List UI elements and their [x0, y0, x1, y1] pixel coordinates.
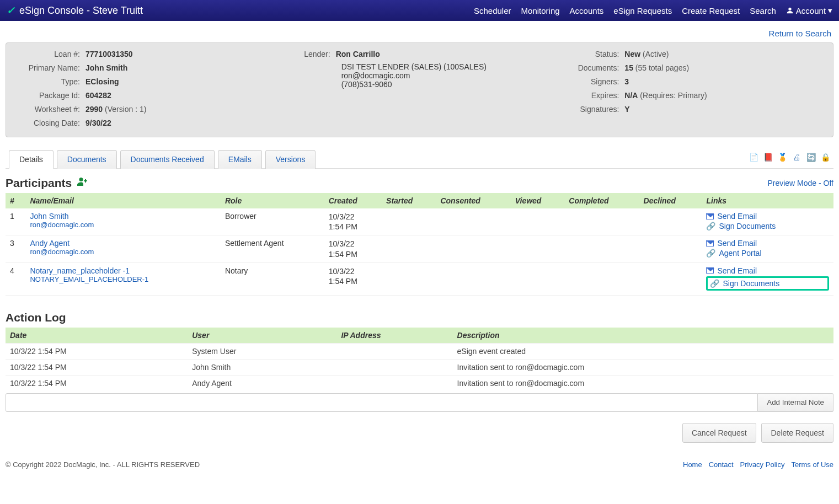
row-created: 10/3/221:54 PM — [324, 208, 382, 235]
table-row: 10/3/22 1:54 PMAndy AgentInvitation sent… — [6, 375, 833, 391]
type-value: EClosing — [85, 76, 119, 88]
envelope-icon — [706, 240, 714, 246]
row-declined — [639, 208, 702, 235]
col-declined: Declined — [639, 193, 702, 208]
link-icon: 🔗 — [706, 222, 715, 230]
nav-monitoring[interactable]: Monitoring — [521, 6, 560, 15]
brand-title: eSign Console - Steve Truitt — [19, 5, 143, 17]
delete-request-button[interactable]: Delete Request — [761, 423, 833, 443]
row-started — [382, 208, 436, 235]
signatures-label: Signatures: — [569, 104, 624, 115]
logo-icon: ✓ — [7, 4, 15, 17]
col-links: Links — [702, 193, 833, 208]
signers-label: Signers: — [569, 76, 624, 88]
tabs: Details Documents Documents Received EMa… — [6, 149, 316, 168]
export-icon[interactable]: 📄 — [749, 152, 758, 162]
row-num: 4 — [6, 262, 25, 295]
participant-link[interactable]: Send Email — [717, 266, 757, 275]
return-to-search-link[interactable]: Return to Search — [769, 29, 831, 38]
row-declined — [639, 262, 702, 295]
col-role: Role — [221, 193, 324, 208]
participant-email[interactable]: ron@docmagic.com — [30, 221, 216, 229]
status-value: New (Active) — [624, 49, 669, 60]
lock-icon[interactable]: 🔒 — [820, 152, 830, 162]
cancel-request-button[interactable]: Cancel Request — [682, 423, 756, 443]
tab-details[interactable]: Details — [9, 150, 54, 169]
footer-contact[interactable]: Contact — [709, 460, 734, 469]
al-desc: Invitation sent to ron@docmagic.com — [453, 375, 833, 391]
participant-email[interactable]: ron@docmagic.com — [30, 248, 216, 256]
al-ip — [336, 343, 452, 359]
envelope-icon — [706, 213, 714, 219]
footer-home[interactable]: Home — [683, 460, 702, 469]
closing-date-label: Closing Date: — [14, 117, 85, 129]
row-links: Send Email🔗Sign Documents — [702, 262, 833, 295]
participant-name[interactable]: Notary_name_placeholder -1 — [30, 266, 216, 275]
add-participant-icon[interactable] — [77, 177, 89, 190]
refresh-icon[interactable]: 🔄 — [806, 152, 816, 162]
nav-esign-requests[interactable]: eSign Requests — [613, 6, 672, 15]
al-col-date: Date — [6, 328, 188, 344]
row-links: Send Email🔗Sign Documents — [702, 208, 833, 235]
participant-name[interactable]: John Smith — [30, 212, 216, 221]
footer: © Copyright 2022 DocMagic, Inc. - ALL RI… — [0, 455, 839, 480]
loan-num-label: Loan #: — [14, 49, 85, 60]
preview-mode-toggle[interactable]: Preview Mode - Off — [767, 179, 833, 187]
al-date: 10/3/22 1:54 PM — [6, 375, 188, 391]
navbar: ✓ eSign Console - Steve Truitt Scheduler… — [0, 0, 839, 21]
participant-link[interactable]: Send Email — [717, 239, 757, 248]
table-row: 10/3/22 1:54 PMSystem UsereSign event cr… — [6, 343, 833, 359]
participant-link[interactable]: Agent Portal — [719, 249, 761, 258]
row-role: Settlement Agent — [221, 235, 324, 262]
row-role: Borrower — [221, 208, 324, 235]
participant-email[interactable]: NOTARY_EMAIL_PLACEHOLDER-1 — [30, 275, 216, 283]
nav-scheduler[interactable]: Scheduler — [474, 6, 511, 15]
participants-header: Participants Preview Mode - Off — [6, 176, 833, 190]
nav-account-dropdown[interactable]: Account ▾ — [786, 6, 832, 15]
nav-create-request[interactable]: Create Request — [682, 6, 740, 15]
footer-terms[interactable]: Terms of Use — [791, 460, 833, 469]
expires-label: Expires: — [569, 90, 624, 101]
worksheet-value: 2990 (Version : 1) — [85, 104, 147, 115]
nav-accounts[interactable]: Accounts — [570, 6, 604, 15]
participant-name[interactable]: Andy Agent — [30, 239, 216, 248]
tab-emails[interactable]: EMails — [218, 150, 262, 169]
row-num: 1 — [6, 208, 25, 235]
lender-email: ron@docmagic.com — [341, 71, 548, 80]
participants-header-row: # Name/Email Role Created Started Consen… — [6, 193, 833, 208]
row-links: Send Email🔗Agent Portal — [702, 235, 833, 262]
al-user: Andy Agent — [188, 375, 336, 391]
status-label: Status: — [569, 49, 624, 60]
loan-num-value: 77710031350 — [85, 49, 133, 60]
row-completed — [564, 235, 639, 262]
row-started — [382, 262, 436, 295]
nav-search[interactable]: Search — [750, 6, 776, 15]
row-consented — [436, 235, 510, 262]
summary-middle: Lender:Ron Carrillo DSI TEST LENDER (SAL… — [292, 49, 548, 131]
primary-name-value: John Smith — [85, 62, 127, 74]
seal-icon[interactable]: 🏅 — [777, 152, 787, 162]
participant-link[interactable]: Sign Documents — [719, 222, 776, 230]
internal-note-input[interactable] — [6, 393, 758, 412]
row-name: John Smithron@docmagic.com — [25, 208, 220, 235]
summary-left: Loan #:77710031350 Primary Name:John Smi… — [14, 49, 270, 131]
add-internal-note-button[interactable]: Add Internal Note — [758, 393, 833, 412]
highlighted-link[interactable]: 🔗Sign Documents — [706, 276, 829, 291]
print-icon[interactable]: 🖨 — [792, 152, 801, 162]
row-created: 10/3/221:54 PM — [324, 262, 382, 295]
participant-link[interactable]: Sign Documents — [723, 279, 779, 288]
col-name: Name/Email — [25, 193, 220, 208]
col-created: Created — [324, 193, 382, 208]
pdf-icon[interactable]: 📕 — [763, 152, 773, 162]
row-completed — [564, 262, 639, 295]
tab-documents[interactable]: Documents — [57, 150, 117, 169]
tab-documents-received[interactable]: Documents Received — [120, 150, 215, 169]
tab-versions[interactable]: Versions — [265, 150, 316, 169]
col-viewed: Viewed — [511, 193, 565, 208]
footer-privacy[interactable]: Privacy Policy — [740, 460, 785, 469]
lender-label: Lender: — [292, 49, 336, 60]
table-row: 1John Smithron@docmagic.comBorrower10/3/… — [6, 208, 833, 235]
toolbar: 📄 📕 🏅 🖨 🔄 🔒 — [749, 152, 833, 165]
col-consented: Consented — [436, 193, 510, 208]
participant-link[interactable]: Send Email — [717, 212, 757, 221]
